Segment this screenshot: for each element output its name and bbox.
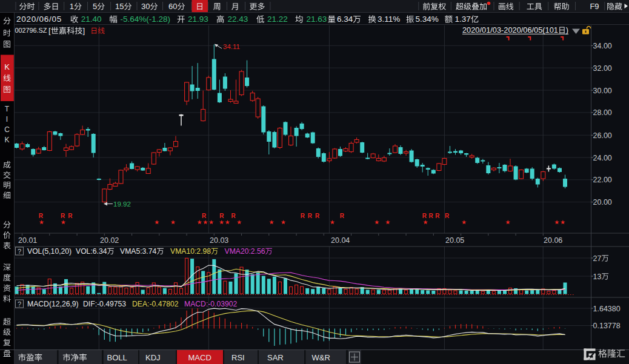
svg-text:KDJ: KDJ xyxy=(145,353,161,362)
svg-text:21.63: 21.63 xyxy=(307,15,327,24)
svg-text:R: R xyxy=(219,213,224,219)
svg-text:20.06: 20.06 xyxy=(544,236,562,245)
svg-text:R: R xyxy=(340,213,345,219)
svg-text:5.34%: 5.34% xyxy=(416,15,439,24)
svg-text:C: C xyxy=(4,125,10,134)
svg-text:K: K xyxy=(4,62,10,71)
svg-text:3.11%: 3.11% xyxy=(378,15,400,24)
svg-text:R: R xyxy=(315,213,320,219)
svg-text:20.05: 20.05 xyxy=(445,236,464,245)
svg-text:F9: F9 xyxy=(590,2,599,11)
svg-text:MACD: MACD xyxy=(188,353,211,362)
svg-text:21.22: 21.22 xyxy=(267,15,288,24)
svg-text:32.00: 32.00 xyxy=(593,64,612,73)
svg-text:-5.64%(-1.28): -5.64%(-1.28) xyxy=(120,15,170,24)
svg-text:BOLL: BOLL xyxy=(107,353,127,362)
svg-text:20.02: 20.02 xyxy=(100,236,119,245)
svg-text:28.00: 28.00 xyxy=(593,108,612,117)
svg-text:?: ? xyxy=(18,248,21,255)
svg-text:SAR: SAR xyxy=(267,353,284,362)
svg-text:5: 5 xyxy=(93,2,97,11)
svg-text:22.43: 22.43 xyxy=(228,15,248,24)
svg-text:2020/01/03-2020/06/05(101: 2020/01/03-2020/06/05(101 xyxy=(462,25,558,35)
svg-text:R: R xyxy=(301,213,305,219)
svg-text:6.34: 6.34 xyxy=(337,15,353,24)
svg-text:W&R: W&R xyxy=(312,353,330,362)
svg-text:): ) xyxy=(566,25,568,35)
svg-text:R: R xyxy=(39,213,44,219)
svg-text:]: ] xyxy=(83,26,85,35)
svg-text:27: 27 xyxy=(593,254,602,263)
svg-text:R: R xyxy=(61,213,65,219)
svg-text:[: [ xyxy=(48,26,51,35)
svg-text:VOL(5,10,20): VOL(5,10,20) xyxy=(27,247,72,256)
svg-text:30.00: 30.00 xyxy=(593,87,612,95)
svg-text:19.92: 19.92 xyxy=(113,200,131,208)
svg-text:002796.SZ: 002796.SZ xyxy=(15,27,47,34)
svg-text:VMA5:3.74: VMA5:3.74 xyxy=(120,247,157,256)
svg-text:R: R xyxy=(435,213,440,219)
svg-text:24.00: 24.00 xyxy=(593,154,612,162)
svg-text:MACD(12,26,9): MACD(12,26,9) xyxy=(27,300,79,308)
svg-text:I: I xyxy=(6,115,8,124)
svg-text:VMA10:2.98: VMA10:2.98 xyxy=(170,247,211,256)
svg-text:2020/06/05: 2020/06/05 xyxy=(16,15,62,24)
svg-text:13: 13 xyxy=(593,273,602,281)
svg-text:0.13778: 0.13778 xyxy=(593,322,621,330)
svg-text:21.93: 21.93 xyxy=(188,15,208,24)
svg-text:R: R xyxy=(231,213,236,219)
svg-text:?: ? xyxy=(18,300,21,308)
svg-text:1.64380: 1.64380 xyxy=(593,305,621,313)
svg-text:20.00: 20.00 xyxy=(593,198,612,207)
svg-text:20.03: 20.03 xyxy=(210,236,228,245)
svg-text:15: 15 xyxy=(115,2,124,11)
svg-text:34.00: 34.00 xyxy=(593,42,612,50)
svg-text:22.00: 22.00 xyxy=(593,176,612,184)
svg-text:R: R xyxy=(308,213,313,219)
svg-text:DEA:-0.47802: DEA:-0.47802 xyxy=(132,300,179,308)
svg-text:VOL:6.34: VOL:6.34 xyxy=(76,247,107,256)
svg-text:MACD:-0.03902: MACD:-0.03902 xyxy=(184,300,238,308)
svg-text:T: T xyxy=(5,105,10,113)
svg-text:K: K xyxy=(5,136,10,144)
svg-text:20.01: 20.01 xyxy=(18,236,37,245)
svg-text:21.40: 21.40 xyxy=(81,15,102,24)
svg-text:30: 30 xyxy=(141,2,150,11)
svg-text:R: R xyxy=(445,213,450,219)
svg-text:26.00: 26.00 xyxy=(593,131,612,140)
svg-text:R: R xyxy=(68,213,73,219)
svg-text:R: R xyxy=(422,213,427,219)
svg-text:60: 60 xyxy=(168,2,177,11)
svg-text:RSI: RSI xyxy=(231,353,245,362)
svg-text:20.04: 20.04 xyxy=(331,236,350,245)
svg-text:34.11: 34.11 xyxy=(223,43,240,50)
svg-text:DIF:-0.49753: DIF:-0.49753 xyxy=(83,300,126,308)
svg-text:R: R xyxy=(428,213,433,219)
svg-text:1.37: 1.37 xyxy=(455,15,471,24)
svg-text:1: 1 xyxy=(70,2,74,11)
svg-text:VMA20:2.56: VMA20:2.56 xyxy=(225,247,265,256)
svg-text:R: R xyxy=(202,213,207,219)
